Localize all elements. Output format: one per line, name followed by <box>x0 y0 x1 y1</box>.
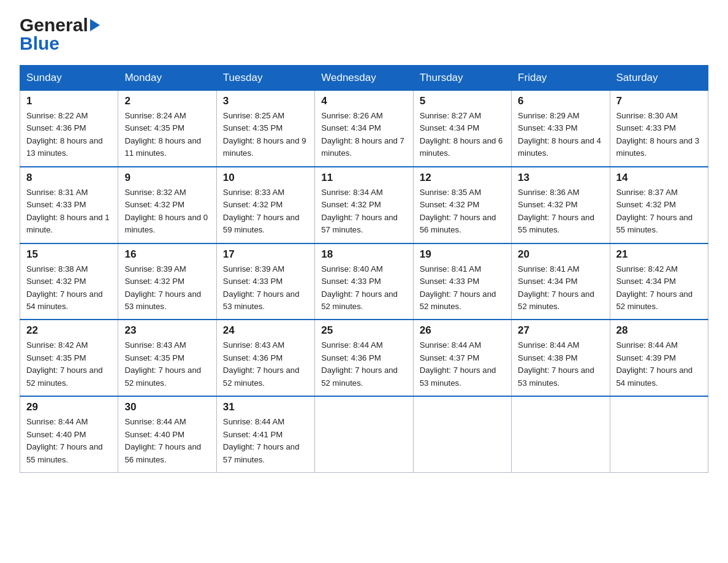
day-cell-18: 18Sunrise: 8:40 AMSunset: 4:33 PMDayligh… <box>315 243 413 320</box>
day-info: Sunrise: 8:44 AMSunset: 4:40 PMDaylight:… <box>26 416 112 466</box>
day-number: 10 <box>223 172 308 184</box>
day-cell-27: 27Sunrise: 8:44 AMSunset: 4:38 PMDayligh… <box>512 320 610 396</box>
day-info: Sunrise: 8:40 AMSunset: 4:33 PMDaylight:… <box>321 263 406 313</box>
week-row-3: 15Sunrise: 8:38 AMSunset: 4:32 PMDayligh… <box>20 243 708 320</box>
logo-general-text: General <box>20 15 88 36</box>
week-row-5: 29Sunrise: 8:44 AMSunset: 4:40 PMDayligh… <box>20 396 708 472</box>
day-cell-4: 4Sunrise: 8:26 AMSunset: 4:34 PMDaylight… <box>315 91 413 167</box>
day-number: 27 <box>518 324 603 337</box>
day-number: 9 <box>124 172 210 184</box>
day-info: Sunrise: 8:31 AMSunset: 4:33 PMDaylight:… <box>26 186 112 237</box>
day-number: 8 <box>26 172 112 184</box>
day-info: Sunrise: 8:33 AMSunset: 4:32 PMDaylight:… <box>223 186 308 237</box>
weekday-header-thursday: Thursday <box>413 66 511 91</box>
day-info: Sunrise: 8:34 AMSunset: 4:32 PMDaylight:… <box>321 186 406 237</box>
day-cell-26: 26Sunrise: 8:44 AMSunset: 4:37 PMDayligh… <box>413 320 511 396</box>
day-info: Sunrise: 8:41 AMSunset: 4:34 PMDaylight:… <box>518 263 603 313</box>
weekday-header-sunday: Sunday <box>20 66 118 91</box>
day-info: Sunrise: 8:36 AMSunset: 4:32 PMDaylight:… <box>518 186 603 237</box>
day-cell-2: 2Sunrise: 8:24 AMSunset: 4:35 PMDaylight… <box>118 91 216 167</box>
logo: General Blue <box>20 15 102 54</box>
day-number: 2 <box>124 95 210 107</box>
day-cell-10: 10Sunrise: 8:33 AMSunset: 4:32 PMDayligh… <box>216 167 314 243</box>
weekday-header-row: SundayMondayTuesdayWednesdayThursdayFrid… <box>20 66 708 91</box>
day-number: 19 <box>420 248 505 261</box>
day-number: 1 <box>26 95 112 107</box>
day-number: 21 <box>616 248 702 261</box>
day-info: Sunrise: 8:44 AMSunset: 4:39 PMDaylight:… <box>616 339 702 389</box>
day-info: Sunrise: 8:39 AMSunset: 4:32 PMDaylight:… <box>124 263 210 313</box>
day-number: 4 <box>321 95 406 107</box>
day-info: Sunrise: 8:44 AMSunset: 4:38 PMDaylight:… <box>518 339 603 389</box>
page: General Blue SundayMondayTuesdayWednesda… <box>0 0 728 488</box>
weekday-header-monday: Monday <box>118 66 216 91</box>
weekday-header-tuesday: Tuesday <box>216 66 314 91</box>
day-cell-21: 21Sunrise: 8:42 AMSunset: 4:34 PMDayligh… <box>610 243 708 320</box>
day-number: 25 <box>321 324 406 337</box>
day-cell-1: 1Sunrise: 8:22 AMSunset: 4:36 PMDaylight… <box>20 91 118 167</box>
day-info: Sunrise: 8:44 AMSunset: 4:36 PMDaylight:… <box>321 339 406 389</box>
day-info: Sunrise: 8:39 AMSunset: 4:33 PMDaylight:… <box>223 263 308 313</box>
day-number: 22 <box>26 324 112 337</box>
day-info: Sunrise: 8:44 AMSunset: 4:41 PMDaylight:… <box>223 416 308 466</box>
empty-cell <box>315 396 413 472</box>
day-info: Sunrise: 8:43 AMSunset: 4:36 PMDaylight:… <box>223 339 308 389</box>
day-number: 15 <box>26 248 112 261</box>
day-number: 23 <box>124 324 210 337</box>
day-number: 14 <box>616 172 702 184</box>
day-cell-13: 13Sunrise: 8:36 AMSunset: 4:32 PMDayligh… <box>512 167 610 243</box>
day-info: Sunrise: 8:44 AMSunset: 4:37 PMDaylight:… <box>420 339 505 389</box>
day-info: Sunrise: 8:38 AMSunset: 4:32 PMDaylight:… <box>26 263 112 313</box>
day-cell-14: 14Sunrise: 8:37 AMSunset: 4:32 PMDayligh… <box>610 167 708 243</box>
header: General Blue <box>20 15 708 54</box>
week-row-1: 1Sunrise: 8:22 AMSunset: 4:36 PMDaylight… <box>20 91 708 167</box>
day-number: 7 <box>616 95 702 107</box>
day-info: Sunrise: 8:42 AMSunset: 4:35 PMDaylight:… <box>26 339 112 389</box>
day-number: 31 <box>223 401 308 413</box>
week-row-4: 22Sunrise: 8:42 AMSunset: 4:35 PMDayligh… <box>20 320 708 396</box>
day-cell-6: 6Sunrise: 8:29 AMSunset: 4:33 PMDaylight… <box>512 91 610 167</box>
day-number: 12 <box>420 172 505 184</box>
day-info: Sunrise: 8:24 AMSunset: 4:35 PMDaylight:… <box>124 110 210 160</box>
weekday-header-friday: Friday <box>512 66 610 91</box>
day-cell-12: 12Sunrise: 8:35 AMSunset: 4:32 PMDayligh… <box>413 167 511 243</box>
day-info: Sunrise: 8:27 AMSunset: 4:34 PMDaylight:… <box>420 110 505 160</box>
day-cell-8: 8Sunrise: 8:31 AMSunset: 4:33 PMDaylight… <box>20 167 118 243</box>
day-cell-24: 24Sunrise: 8:43 AMSunset: 4:36 PMDayligh… <box>216 320 314 396</box>
day-info: Sunrise: 8:22 AMSunset: 4:36 PMDaylight:… <box>26 110 112 160</box>
day-number: 20 <box>518 248 603 261</box>
day-cell-9: 9Sunrise: 8:32 AMSunset: 4:32 PMDaylight… <box>118 167 216 243</box>
empty-cell <box>413 396 511 472</box>
weekday-header-saturday: Saturday <box>610 66 708 91</box>
day-info: Sunrise: 8:42 AMSunset: 4:34 PMDaylight:… <box>616 263 702 313</box>
day-info: Sunrise: 8:26 AMSunset: 4:34 PMDaylight:… <box>321 110 406 160</box>
week-row-2: 8Sunrise: 8:31 AMSunset: 4:33 PMDaylight… <box>20 167 708 243</box>
day-number: 29 <box>26 401 112 413</box>
day-info: Sunrise: 8:41 AMSunset: 4:33 PMDaylight:… <box>420 263 505 313</box>
day-number: 17 <box>223 248 308 261</box>
day-cell-22: 22Sunrise: 8:42 AMSunset: 4:35 PMDayligh… <box>20 320 118 396</box>
day-cell-5: 5Sunrise: 8:27 AMSunset: 4:34 PMDaylight… <box>413 91 511 167</box>
day-info: Sunrise: 8:37 AMSunset: 4:32 PMDaylight:… <box>616 186 702 237</box>
day-number: 18 <box>321 248 406 261</box>
day-number: 3 <box>223 95 308 107</box>
weekday-header-wednesday: Wednesday <box>315 66 413 91</box>
day-number: 30 <box>124 401 210 413</box>
day-info: Sunrise: 8:32 AMSunset: 4:32 PMDaylight:… <box>124 186 210 237</box>
day-cell-30: 30Sunrise: 8:44 AMSunset: 4:40 PMDayligh… <box>118 396 216 472</box>
day-cell-28: 28Sunrise: 8:44 AMSunset: 4:39 PMDayligh… <box>610 320 708 396</box>
empty-cell <box>610 396 708 472</box>
day-info: Sunrise: 8:25 AMSunset: 4:35 PMDaylight:… <box>223 110 308 160</box>
day-info: Sunrise: 8:35 AMSunset: 4:32 PMDaylight:… <box>420 186 505 237</box>
day-cell-20: 20Sunrise: 8:41 AMSunset: 4:34 PMDayligh… <box>512 243 610 320</box>
day-number: 16 <box>124 248 210 261</box>
day-number: 5 <box>420 95 505 107</box>
day-info: Sunrise: 8:44 AMSunset: 4:40 PMDaylight:… <box>124 416 210 466</box>
day-number: 13 <box>518 172 603 184</box>
day-number: 11 <box>321 172 406 184</box>
calendar-table: SundayMondayTuesdayWednesdayThursdayFrid… <box>20 65 708 473</box>
logo-triangle-icon <box>90 19 100 31</box>
day-cell-15: 15Sunrise: 8:38 AMSunset: 4:32 PMDayligh… <box>20 243 118 320</box>
day-cell-16: 16Sunrise: 8:39 AMSunset: 4:32 PMDayligh… <box>118 243 216 320</box>
day-info: Sunrise: 8:43 AMSunset: 4:35 PMDaylight:… <box>124 339 210 389</box>
